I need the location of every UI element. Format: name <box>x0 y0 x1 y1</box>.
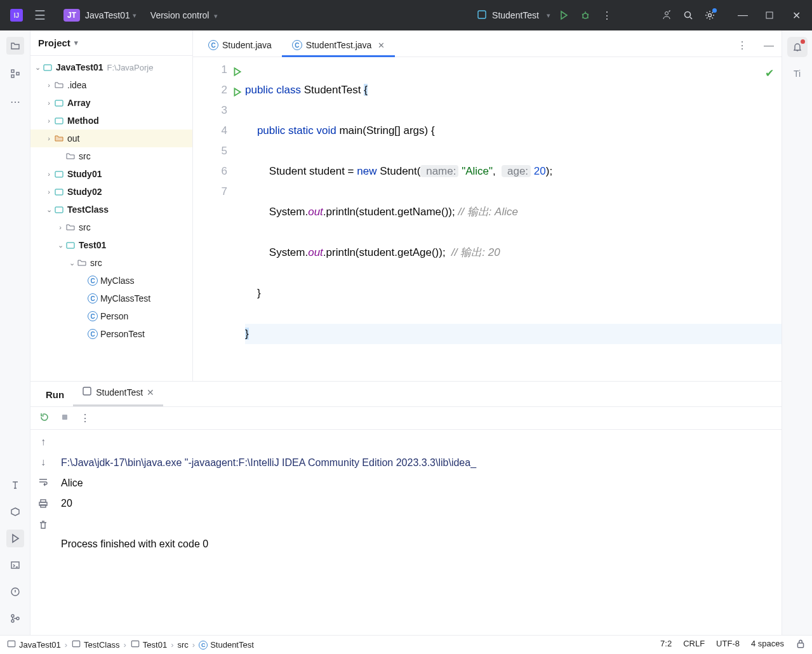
breadcrumb-item[interactable]: CStudentTest <box>199 640 254 650</box>
code-content[interactable]: public class StudentTest { public static… <box>245 57 782 381</box>
run-gutter-icon[interactable] <box>232 63 243 84</box>
run-tab-title[interactable]: Run <box>37 383 73 406</box>
line-separator[interactable]: CRLF <box>683 639 705 651</box>
project-name[interactable]: JavaTest01 <box>85 10 130 20</box>
right-strip-label: Ti <box>794 69 801 79</box>
text-tool-icon[interactable] <box>6 476 24 494</box>
svg-rect-8 <box>17 72 19 75</box>
tree-item[interactable]: ›Array <box>30 94 192 112</box>
project-tree[interactable]: ⌄ JavaTest01F:\JavaPorje ›.idea ›Array ›… <box>30 56 192 381</box>
svg-rect-19 <box>55 207 63 213</box>
settings-button[interactable] <box>699 4 721 26</box>
run-sidebar: ↑ ↓ <box>30 430 56 635</box>
editor-tabs-more-icon[interactable]: ⋮ <box>728 34 756 57</box>
services-tool-icon[interactable] <box>6 503 24 521</box>
cursor-position[interactable]: 7:2 <box>660 639 672 651</box>
tree-item-test01[interactable]: ⌄Test01 <box>30 236 192 254</box>
project-panel-header[interactable]: Project▾ <box>30 30 192 56</box>
editor-hide-icon[interactable]: — <box>756 35 782 57</box>
breadcrumb-item[interactable]: TestClass <box>71 639 119 651</box>
breadcrumb-item[interactable]: JavaTest01 <box>6 639 61 651</box>
editor-tab-studenttest[interactable]: CStudentTest.java✕ <box>282 34 396 57</box>
svg-point-13 <box>17 617 19 620</box>
breadcrumb-item[interactable]: src <box>177 640 188 650</box>
svg-rect-22 <box>62 415 67 420</box>
run-config-tab[interactable]: StudentTest ✕ <box>73 380 163 406</box>
tree-item[interactable]: ›Study02 <box>30 183 192 201</box>
svg-rect-16 <box>55 118 63 124</box>
run-gutter-icon[interactable] <box>232 84 243 104</box>
svg-rect-7 <box>11 75 14 77</box>
run-tool-icon[interactable] <box>6 530 24 547</box>
more-actions-button[interactable]: ⋮ <box>596 4 618 26</box>
module-icon <box>53 169 65 179</box>
editor-tab-student[interactable]: CStudent.java <box>198 34 282 57</box>
run-output[interactable]: F:\Java\jdk-17\bin\java.exe "-javaagent:… <box>56 430 782 635</box>
code-editor[interactable]: 1 2 3 4 5 6 7 public class StudentTest {… <box>193 57 782 381</box>
code-with-me-icon[interactable] <box>656 4 677 26</box>
run-toolbar-more-icon[interactable]: ⋮ <box>80 412 90 424</box>
svg-point-2 <box>665 12 669 15</box>
tree-item[interactable]: ⌄src <box>30 254 192 272</box>
tree-item-out[interactable]: ›out <box>30 130 192 147</box>
tree-class-item[interactable]: C PersonTest <box>30 325 192 343</box>
tree-item[interactable]: ›Study01 <box>30 165 192 183</box>
debug-button[interactable] <box>575 4 596 26</box>
structure-tool-icon[interactable] <box>6 65 24 83</box>
scroll-up-icon[interactable]: ↑ <box>41 436 46 448</box>
svg-rect-25 <box>41 505 46 507</box>
soft-wrap-icon[interactable] <box>38 477 48 490</box>
tree-item[interactable]: ›Method <box>30 112 192 130</box>
svg-rect-14 <box>44 65 51 70</box>
inspection-ok-icon[interactable]: ✔ <box>765 63 774 84</box>
window-close-button[interactable]: ✕ <box>785 4 807 26</box>
tree-item[interactable]: src <box>30 147 192 165</box>
terminal-tool-icon[interactable] <box>6 556 24 574</box>
close-run-tab-icon[interactable]: ✕ <box>147 387 154 397</box>
breadcrumb-item[interactable]: Test01 <box>130 639 167 651</box>
problems-tool-icon[interactable] <box>6 583 24 601</box>
print-icon[interactable] <box>38 498 48 511</box>
class-icon: C <box>88 276 98 286</box>
indent-setting[interactable]: 4 spaces <box>751 639 784 651</box>
run-configuration-selector[interactable]: StudentTest ▾ <box>477 10 553 22</box>
module-icon <box>53 187 65 197</box>
module-icon <box>53 98 65 108</box>
file-encoding[interactable]: UTF-8 <box>716 639 740 651</box>
run-button[interactable] <box>553 4 575 26</box>
git-tool-icon[interactable] <box>6 610 24 627</box>
close-tab-icon[interactable]: ✕ <box>378 41 385 50</box>
svg-rect-17 <box>55 171 63 177</box>
main-menu-button[interactable]: ☰ <box>28 4 52 27</box>
statusbar: JavaTest01 › TestClass › Test01 › src › … <box>0 635 812 654</box>
stop-button[interactable] <box>60 412 70 425</box>
project-tool-icon[interactable] <box>6 37 24 55</box>
out-folder-icon <box>53 133 65 143</box>
svg-rect-28 <box>131 641 138 646</box>
svg-rect-18 <box>55 189 63 195</box>
svg-rect-20 <box>67 243 74 248</box>
tree-item-testclass[interactable]: ⌄TestClass <box>30 201 192 218</box>
class-icon: C <box>88 329 98 339</box>
window-maximize-button[interactable] <box>759 4 780 26</box>
rerun-button[interactable] <box>39 412 50 425</box>
svg-rect-6 <box>11 70 14 72</box>
delete-icon[interactable] <box>38 520 48 533</box>
svg-rect-9 <box>11 562 19 568</box>
readonly-lock-icon[interactable] <box>795 639 806 651</box>
tree-item[interactable]: ›.idea <box>30 76 192 94</box>
search-everywhere-button[interactable] <box>677 4 699 26</box>
project-badge: JT <box>63 9 80 22</box>
window-minimize-button[interactable]: — <box>732 4 754 26</box>
tree-class-item[interactable]: C Person <box>30 307 192 325</box>
scroll-down-icon[interactable]: ↓ <box>41 457 46 468</box>
tree-class-item[interactable]: C MyClass <box>30 272 192 290</box>
run-panel: Run StudentTest ✕ ⋮ ↑ ↓ <box>30 381 782 635</box>
notifications-icon[interactable] <box>787 37 808 57</box>
right-tool-strip: Ti <box>782 30 812 635</box>
tree-item[interactable]: ›src <box>30 218 192 236</box>
more-tools-icon[interactable]: ⋯ <box>6 93 24 110</box>
tree-class-item[interactable]: C MyClassTest <box>30 290 192 307</box>
tree-root[interactable]: ⌄ JavaTest01F:\JavaPorje <box>30 58 192 76</box>
vcs-menu[interactable]: Version control ▾ <box>150 10 221 20</box>
